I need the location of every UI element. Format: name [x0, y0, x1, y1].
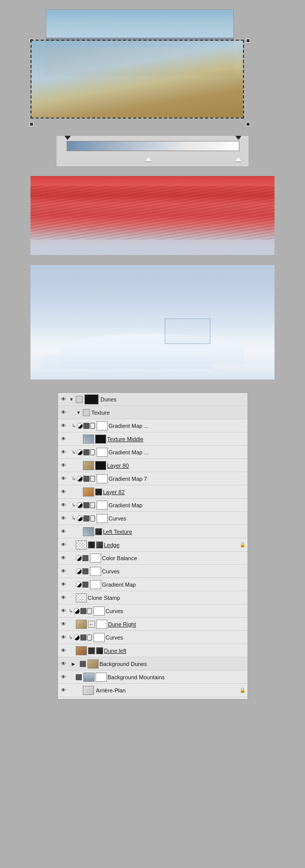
layer-name: Layer 80 — [107, 462, 246, 469]
layer-row[interactable]: 👁 ↳ Gradient Map — [58, 499, 248, 512]
chain-icon — [87, 608, 92, 614]
layer-row[interactable]: 👁 Texture Middle — [58, 432, 248, 446]
fold-icon[interactable]: ▼ — [76, 410, 82, 416]
layer-thumbnail — [90, 554, 101, 563]
clip-arrow-icon: ↳ — [69, 634, 73, 640]
gradient-bar[interactable] — [67, 141, 239, 151]
layer-row[interactable]: 👁 Background Mountains — [58, 671, 248, 684]
selection-handle-bl[interactable] — [29, 122, 34, 126]
layer-row[interactable]: 👁 Color Balance — [58, 552, 248, 565]
visibility-icon[interactable]: 👁 — [60, 462, 67, 469]
layer-row[interactable]: 👁 ↳ Gradient Map ... — [58, 446, 248, 459]
layer-row[interactable]: 👁 ↳ Gradient Map ... — [58, 419, 248, 432]
visibility-icon[interactable]: 👁 — [60, 488, 67, 496]
layer-row[interactable]: 👁 ▼ Texture — [58, 406, 248, 419]
visibility-icon[interactable]: 👁 — [60, 409, 67, 416]
mask-icon — [83, 423, 89, 429]
chain-icon — [90, 476, 95, 482]
visibility-icon[interactable]: 👁 — [60, 436, 67, 443]
layer-row[interactable]: 👁 ▶ Background Dunes — [58, 657, 248, 671]
clip-arrow-icon: ↳ — [72, 515, 76, 521]
visibility-icon[interactable]: 👁 — [60, 502, 67, 509]
adj-icon — [76, 582, 82, 588]
layer-extra-thumbnail — [96, 647, 103, 654]
gradient-bar-wrapper — [67, 141, 239, 155]
layer-name: Clone Stamp — [88, 595, 246, 601]
selection-handle-br[interactable] — [246, 122, 250, 126]
visibility-icon[interactable]: 👁 — [60, 634, 67, 641]
visibility-icon[interactable]: 👁 — [60, 607, 67, 615]
visibility-icon[interactable]: 👁 — [60, 449, 67, 456]
layer-row[interactable]: 👁 ← Dune Right — [58, 618, 248, 631]
visibility-icon[interactable]: 👁 — [60, 581, 67, 588]
selection-handle-tr[interactable] — [246, 39, 250, 43]
layer-row[interactable]: 👁 Gradient Map — [58, 578, 248, 591]
layer-name: Background Mountains — [108, 674, 246, 680]
gradient-slider-midpoint[interactable] — [145, 157, 151, 161]
layer-row[interactable]: 👁 Ledge 🔒 — [58, 538, 248, 552]
red-desert-image — [30, 176, 274, 255]
layer-thumbnail — [83, 673, 95, 682]
layer-mask-thumbnail — [95, 488, 102, 496]
layer-row[interactable]: 👁 Layer 82 — [58, 485, 248, 499]
visibility-icon[interactable]: 👁 — [60, 594, 67, 601]
layer-name: Background Dunes — [100, 661, 246, 667]
layer-row[interactable]: 👁 Clone Stamp — [58, 591, 248, 604]
layer-name: Dune left — [104, 648, 246, 654]
adj-icon — [76, 555, 82, 561]
layer-row[interactable]: 👁 Layer 80 — [58, 459, 248, 472]
mask-icon — [82, 568, 88, 574]
adj-icon — [76, 568, 82, 574]
gradient-slider-right[interactable] — [235, 157, 241, 161]
adj-icon — [77, 449, 83, 455]
layer-row[interactable]: 👁 Curves — [58, 565, 248, 578]
layer-thumbnail — [90, 580, 101, 589]
layer-row[interactable]: 👁 Arrière-Plan 🔒 — [58, 684, 248, 697]
adjustment-icons — [74, 634, 92, 641]
visibility-icon[interactable]: 👁 — [60, 528, 67, 535]
layer-name: Left Texture — [103, 529, 246, 535]
adjustment-icons — [80, 661, 86, 667]
layer-thumbnail — [76, 620, 87, 629]
visibility-icon[interactable]: 👁 — [60, 475, 67, 482]
visibility-icon[interactable]: 👁 — [60, 396, 67, 403]
visibility-icon[interactable]: 👁 — [60, 660, 67, 668]
visibility-icon[interactable]: 👁 — [60, 674, 67, 681]
visibility-icon[interactable]: 👁 — [60, 647, 67, 654]
layer-thumbnail — [76, 593, 87, 602]
visibility-icon[interactable]: 👁 — [60, 568, 67, 575]
layer-row[interactable]: 👁 ▼ Dunes — [58, 393, 248, 406]
visibility-icon[interactable]: 👁 — [60, 515, 67, 522]
layer-name: Texture — [92, 410, 246, 416]
group-icon — [83, 409, 90, 416]
visibility-icon[interactable]: 👁 — [60, 541, 67, 548]
layer-row[interactable]: 👁 ↳ Gradient Map 7 — [58, 472, 248, 485]
layer-row[interactable]: 👁 ↳ Curves — [58, 631, 248, 644]
gradient-arrow-right[interactable] — [235, 136, 241, 140]
layer-thumbnail — [97, 421, 108, 430]
fold-icon[interactable]: ▼ — [69, 396, 75, 402]
layer-name: Arrière-Plan — [96, 687, 239, 693]
layer-thumbnail — [97, 514, 108, 523]
layer-row[interactable]: 👁 ↳ Curves — [58, 512, 248, 525]
visibility-icon[interactable]: 👁 — [60, 555, 67, 562]
mask-icon — [83, 515, 89, 522]
selection-marquee[interactable] — [30, 40, 244, 119]
layer-row[interactable]: 👁 Dune left — [58, 644, 248, 657]
adjustment-icons — [74, 608, 92, 614]
visibility-icon[interactable]: 👁 — [60, 422, 67, 429]
mask-icon — [83, 476, 89, 482]
layer-name: Curves — [109, 515, 246, 522]
chain-icon — [90, 502, 95, 508]
selection-indicator — [165, 319, 210, 344]
gradient-arrow-left[interactable] — [65, 136, 71, 140]
visibility-icon[interactable]: 👁 — [60, 621, 67, 628]
layer-row[interactable]: 👁 ↳ Curves — [58, 604, 248, 618]
layer-row[interactable]: 👁 Left Texture — [58, 525, 248, 538]
layer-thumbnail — [83, 487, 94, 497]
visibility-icon[interactable]: 👁 — [60, 687, 67, 694]
clip-arrow-icon: ↳ — [72, 449, 76, 455]
white-desert-image — [30, 265, 274, 380]
fold-icon[interactable]: ▶ — [71, 661, 77, 667]
clip-arrow-icon: ↳ — [72, 423, 76, 428]
